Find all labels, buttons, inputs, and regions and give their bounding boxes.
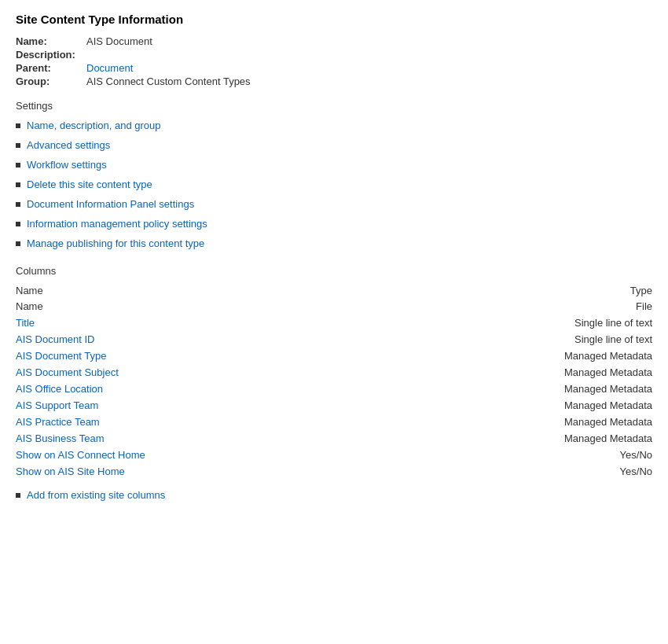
add-bullet-icon [16,493,20,498]
col-name-cell: Name [16,298,395,315]
bullet-icon [16,202,20,207]
content-type-info: Name: AIS Document Description: Parent: … [16,35,652,87]
col-type-cell: Managed Metadata [395,348,652,364]
col-name-cell: Title [16,315,395,331]
col-name-link[interactable]: AIS Business Team [16,432,104,444]
settings-link-2[interactable]: Workflow settings [27,159,107,171]
table-row: Show on AIS Connect HomeYes/No [16,447,652,463]
col-type-cell: Yes/No [395,447,652,463]
info-row-name: Name: AIS Document [16,35,652,47]
table-row: AIS Document TypeManaged Metadata [16,348,652,364]
name-label: Name: [16,35,86,47]
settings-heading: Settings [16,100,652,112]
info-row-group: Group: AIS Connect Custom Content Types [16,75,652,87]
col-name-link[interactable]: AIS Document Type [16,350,106,362]
table-row: AIS Document IDSingle line of text [16,331,652,348]
parent-label: Parent: [16,62,86,74]
col-type-cell: Managed Metadata [395,381,652,397]
parent-value: Document [86,62,133,74]
table-row: NameFile [16,298,652,315]
col-type-cell: Yes/No [395,463,652,480]
settings-link-1[interactable]: Advanced settings [27,139,110,151]
name-value: AIS Document [86,35,152,47]
bullet-icon [16,123,20,128]
col-type-cell: Managed Metadata [395,397,652,414]
bullet-icon [16,222,20,226]
settings-item-0: Name, description, and group [16,120,652,131]
col-name-link[interactable]: AIS Office Location [16,383,103,395]
settings-item-2: Workflow settings [16,159,652,171]
settings-item-4: Document Information Panel settings [16,198,652,210]
col-name-cell: AIS Support Team [16,397,395,414]
add-link-row: Add from existing site columns [16,489,652,501]
columns-table: Name Type NameFileTitleSingle line of te… [16,283,652,480]
group-value: AIS Connect Custom Content Types [86,75,251,87]
col-name-header: Name [16,283,395,298]
info-row-parent: Parent: Document [16,62,652,74]
table-row: Show on AIS Site HomeYes/No [16,463,652,480]
settings-link-6[interactable]: Manage publishing for this content type [27,237,204,249]
col-name-cell: Show on AIS Site Home [16,463,395,480]
bullet-icon [16,163,20,167]
bullet-icon [16,143,20,148]
settings-link-5[interactable]: Information management policy settings [27,218,207,230]
columns-heading: Columns [16,265,652,277]
table-row: AIS Support TeamManaged Metadata [16,397,652,414]
col-type-cell: File [395,298,652,315]
col-name-cell: AIS Document ID [16,331,395,348]
col-type-cell: Managed Metadata [395,414,652,430]
settings-item-6: Manage publishing for this content type [16,237,652,249]
table-row: TitleSingle line of text [16,315,652,331]
settings-item-3: Delete this site content type [16,178,652,190]
col-name-cell: AIS Office Location [16,381,395,397]
col-type-cell: Managed Metadata [395,364,652,381]
col-name-link[interactable]: Title [16,317,35,329]
columns-section: Columns Name Type NameFileTitleSingle li… [16,265,652,501]
col-type-cell: Single line of text [395,331,652,348]
add-from-existing-link[interactable]: Add from existing site columns [27,489,165,501]
settings-list: Name, description, and groupAdvanced set… [16,120,652,249]
settings-link-4[interactable]: Document Information Panel settings [27,198,194,210]
col-name-link[interactable]: Show on AIS Site Home [16,466,125,477]
group-label: Group: [16,75,86,87]
table-row: AIS Document SubjectManaged Metadata [16,364,652,381]
description-label: Description: [16,49,86,61]
bullet-icon [16,241,20,246]
table-row: AIS Office LocationManaged Metadata [16,381,652,397]
col-name-cell: AIS Practice Team [16,414,395,430]
col-name-cell: AIS Business Team [16,430,395,447]
col-type-cell: Managed Metadata [395,430,652,447]
bullet-icon [16,182,20,187]
col-type-cell: Single line of text [395,315,652,331]
col-name-link[interactable]: AIS Document ID [16,333,94,345]
settings-link-3[interactable]: Delete this site content type [27,178,152,190]
col-name-link[interactable]: Show on AIS Connect Home [16,449,145,461]
col-name-cell: AIS Document Type [16,348,395,364]
settings-item-5: Information management policy settings [16,218,652,230]
table-row: AIS Practice TeamManaged Metadata [16,414,652,430]
col-name-cell: Show on AIS Connect Home [16,447,395,463]
col-type-header: Type [395,283,652,298]
col-name-link[interactable]: AIS Document Subject [16,366,119,378]
col-name-link[interactable]: AIS Practice Team [16,416,100,428]
info-row-description: Description: [16,49,652,61]
page-title: Site Content Type Information [16,13,652,26]
parent-link[interactable]: Document [86,62,133,74]
settings-link-0[interactable]: Name, description, and group [27,120,161,131]
col-name-link[interactable]: AIS Support Team [16,399,98,411]
table-row: AIS Business TeamManaged Metadata [16,430,652,447]
col-name-cell: AIS Document Subject [16,364,395,381]
settings-item-1: Advanced settings [16,139,652,151]
